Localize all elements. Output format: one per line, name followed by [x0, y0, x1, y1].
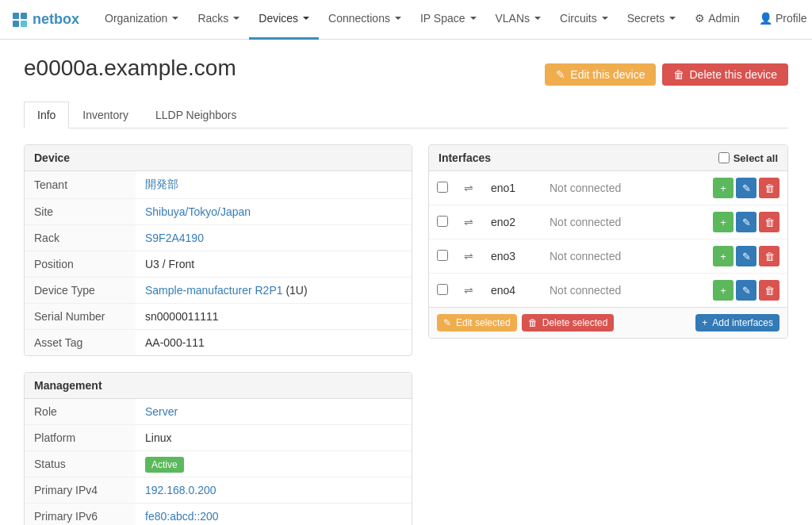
select-all-checkbox[interactable] — [718, 152, 730, 163]
primary-ipv4-link[interactable]: 192.168.0.200 — [145, 484, 216, 496]
edit-device-button[interactable]: ✎ Edit this device — [545, 63, 656, 86]
delete-eno4-button[interactable]: 🗑 — [759, 280, 779, 301]
add-connection-eno4-button[interactable]: + — [713, 280, 733, 301]
right-panel: Interfaces Select all ⇌ eno1 — [428, 144, 788, 354]
add-interfaces-button[interactable]: + Add interfaces — [695, 314, 779, 331]
interface-name-eno3: eno3 — [483, 240, 542, 274]
add-connection-eno1-button[interactable]: + — [713, 178, 733, 198]
bulk-actions: ✎ Edit selected 🗑 Delete selected — [437, 314, 614, 331]
nav-item-profile[interactable]: 👤 Profile — [749, 0, 812, 40]
tab-info[interactable]: Info — [24, 102, 69, 128]
interface-row-eno3: ⇌ eno3 Not connected + ✎ 🗑 — [429, 240, 787, 274]
plus-icon: + — [702, 317, 707, 328]
interface-actions-eno4: + ✎ 🗑 — [676, 280, 779, 301]
delete-eno3-button[interactable]: 🗑 — [759, 246, 779, 266]
chevron-down-icon — [470, 17, 477, 20]
interface-actions-eno1: + ✎ 🗑 — [676, 178, 779, 198]
interface-checkbox-eno4[interactable] — [437, 284, 448, 295]
svg-rect-0 — [13, 13, 19, 19]
asset-tag-value: AA-000-111 — [136, 330, 412, 356]
main-content: Device Tenant 開発部 Site Shibuya/Tokyo/Jap… — [24, 144, 788, 525]
nav-item-racks[interactable]: Racks — [188, 0, 249, 40]
edit-eno1-button[interactable]: ✎ — [736, 178, 756, 198]
delete-eno2-button[interactable]: 🗑 — [759, 212, 779, 232]
svg-rect-2 — [13, 21, 19, 27]
nav-item-admin[interactable]: ⚙ Admin — [685, 0, 749, 40]
nav-item-connections[interactable]: Connections — [319, 0, 411, 40]
chevron-down-icon — [172, 17, 178, 20]
interface-name-eno4: eno4 — [483, 274, 542, 308]
position-value: U3 / Front — [136, 251, 412, 278]
delete-device-button[interactable]: 🗑 Delete this device — [662, 63, 788, 86]
management-table: Role Server Platform Linux Status Active — [25, 399, 412, 525]
table-row: Asset Tag AA-000-111 — [25, 330, 412, 356]
interfaces-footer: ✎ Edit selected 🗑 Delete selected + Add … — [429, 307, 787, 338]
chevron-down-icon — [395, 17, 401, 20]
primary-ipv6-link[interactable]: fe80:abcd::200 — [145, 510, 219, 523]
device-panel: Device Tenant 開発部 Site Shibuya/Tokyo/Jap… — [24, 144, 412, 356]
label-serial: Serial Number — [25, 304, 136, 330]
nav-item-circuits[interactable]: Circuits — [550, 0, 618, 40]
delete-selected-button[interactable]: 🗑 Delete selected — [522, 314, 615, 331]
brand-logo[interactable]: netbox — [12, 11, 79, 28]
table-row: Primary IPv6 fe80:abcd::200 — [25, 504, 412, 526]
interface-status-eno1: Not connected — [542, 171, 668, 205]
brand-text: netbox — [33, 11, 79, 28]
interface-row-eno4: ⇌ eno4 Not connected + ✎ 🗑 — [429, 274, 787, 308]
role-link[interactable]: Server — [145, 405, 178, 418]
label-primary-ipv4: Primary IPv4 — [25, 477, 136, 504]
interface-icon: ⇌ — [464, 182, 473, 194]
interfaces-panel: Interfaces Select all ⇌ eno1 — [428, 144, 788, 339]
nav-item-devices[interactable]: Devices — [249, 0, 319, 40]
page-container: e0000a.example.com ✎ Edit this device 🗑 … — [0, 40, 812, 525]
delete-eno1-button[interactable]: 🗑 — [759, 178, 779, 198]
nav-item-ip-space[interactable]: IP Space — [411, 0, 486, 40]
interface-checkbox-eno3[interactable] — [437, 250, 448, 261]
site-link[interactable]: Shibuya/Tokyo/Japan — [145, 205, 251, 218]
nav-item-organization[interactable]: Organization — [95, 0, 188, 40]
svg-rect-3 — [21, 21, 27, 27]
table-row: Primary IPv4 192.168.0.200 — [25, 477, 412, 504]
tenant-link[interactable]: 開発部 — [145, 178, 178, 190]
table-row: Site Shibuya/Tokyo/Japan — [25, 199, 412, 225]
interface-icon: ⇌ — [464, 284, 473, 297]
select-all-label[interactable]: Select all — [718, 152, 778, 164]
rack-link[interactable]: S9F2A4190 — [145, 232, 204, 244]
table-row: Serial Number sn0000011111 — [25, 304, 412, 330]
left-panel: Device Tenant 開発部 Site Shibuya/Tokyo/Jap… — [24, 144, 412, 525]
management-panel: Management Role Server Platform Linux St… — [24, 372, 412, 525]
label-tenant: Tenant — [25, 171, 136, 199]
chevron-down-icon — [303, 17, 309, 20]
admin-icon: ⚙ — [695, 12, 705, 25]
interface-checkbox-eno1[interactable] — [437, 182, 448, 193]
interface-name-eno1: eno1 — [483, 171, 542, 205]
chevron-down-icon — [233, 17, 239, 20]
device-type-link[interactable]: Sample-manufacturer R2P1 — [145, 284, 283, 297]
nav-item-vlans[interactable]: VLANs — [486, 0, 551, 40]
interface-status-eno4: Not connected — [542, 274, 668, 308]
edit-eno3-button[interactable]: ✎ — [736, 246, 756, 266]
user-icon: 👤 — [759, 12, 772, 25]
logo-icon — [12, 12, 28, 28]
interface-checkbox-eno2[interactable] — [437, 216, 448, 227]
device-table: Tenant 開発部 Site Shibuya/Tokyo/Japan Rack… — [25, 171, 412, 355]
edit-eno2-button[interactable]: ✎ — [736, 212, 756, 232]
label-position: Position — [25, 251, 136, 278]
chevron-down-icon — [669, 17, 676, 20]
label-status: Status — [25, 451, 136, 477]
chevron-down-icon — [534, 17, 541, 20]
add-connection-eno2-button[interactable]: + — [713, 212, 733, 232]
chevron-down-icon — [602, 17, 608, 20]
add-connection-eno3-button[interactable]: + — [713, 246, 733, 266]
interface-name-eno2: eno2 — [483, 205, 542, 240]
tab-lldp[interactable]: LLDP Neighbors — [142, 102, 250, 128]
nav-item-secrets[interactable]: Secrets — [618, 0, 685, 40]
tab-inventory[interactable]: Inventory — [69, 102, 142, 128]
interface-status-eno2: Not connected — [542, 205, 668, 240]
tabs: Info Inventory LLDP Neighbors — [24, 102, 788, 128]
pencil-icon: ✎ — [556, 68, 565, 81]
table-row: Role Server — [25, 399, 412, 425]
edit-eno4-button[interactable]: ✎ — [736, 280, 756, 301]
table-row: Position U3 / Front — [25, 251, 412, 278]
edit-selected-button[interactable]: ✎ Edit selected — [437, 314, 517, 331]
